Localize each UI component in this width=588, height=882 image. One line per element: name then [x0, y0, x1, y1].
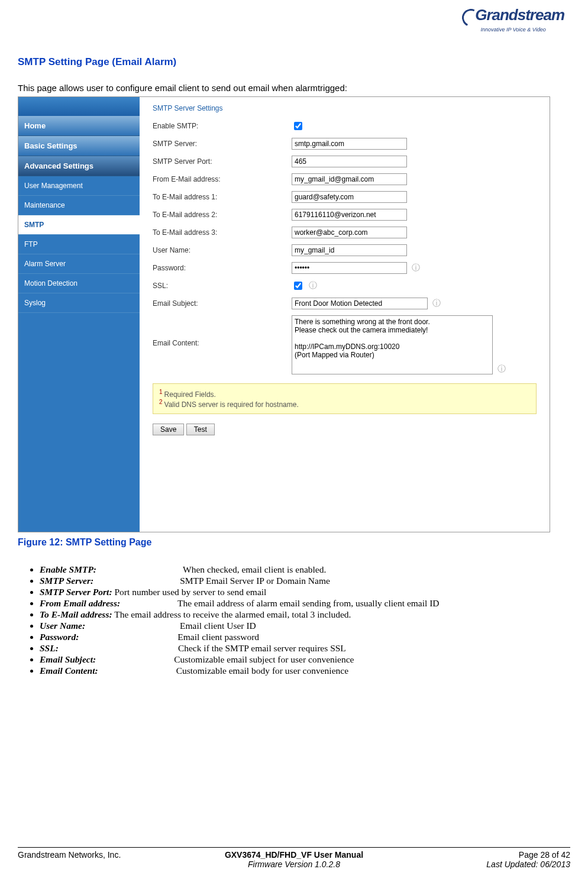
label-enable: Enable SMTP:	[153, 122, 292, 130]
footer-page: Page 28 of 42	[386, 850, 570, 860]
footer-company: Grandstream Networks, Inc.	[18, 850, 202, 860]
label-user: User Name:	[153, 246, 292, 254]
notes-box: 1Required Fields. 2Valid DNS server is r…	[153, 383, 537, 414]
sidebar-item[interactable]: Maintenance	[18, 196, 140, 215]
definition-item: Email Content:Customizable email body fo…	[40, 665, 570, 676]
footer-firmware: Firmware Version 1.0.2.8	[202, 860, 386, 869]
sidebar-item[interactable]: User Management	[18, 176, 140, 196]
label-pass: Password:	[153, 264, 292, 272]
label-to2: To E-Mail address 2:	[153, 211, 292, 219]
sidebar-item[interactable]: Motion Detection	[18, 274, 140, 293]
to-email-3-input[interactable]	[292, 227, 407, 238]
definition-item: SMTP Server Port: Port number used by se…	[40, 587, 570, 597]
definition-item: To E-Mail address: The email address to …	[40, 609, 570, 620]
info-icon: ⓘ	[412, 263, 420, 273]
definition-item: Enable SMTP:When checked, email client i…	[40, 564, 570, 575]
info-icon: ⓘ	[497, 364, 506, 374]
email-subject-input[interactable]	[292, 298, 428, 309]
smtp-port-input[interactable]	[292, 156, 407, 167]
definition-item: SSL:Check if the SMTP email server requi…	[40, 643, 570, 654]
sidebar-item[interactable]: Syslog	[18, 293, 140, 313]
panel-heading: SMTP Server Settings	[153, 104, 542, 112]
ssl-checkbox[interactable]	[294, 282, 302, 290]
label-to1: To E-Mail address 1:	[153, 193, 292, 201]
section-heading: SMTP Setting Page (Email Alarm)	[18, 56, 570, 68]
enable-smtp-checkbox[interactable]	[294, 122, 302, 130]
note-2: Valid DNS server is required for hostnam…	[164, 400, 299, 409]
email-content-textarea[interactable]	[292, 315, 493, 374]
label-ssl: SSL:	[153, 282, 292, 290]
save-button[interactable]: Save	[153, 424, 184, 435]
label-subject: Email Subject:	[153, 299, 292, 308]
figure-caption: Figure 12: SMTP Setting Page	[18, 537, 570, 548]
footer-manual: GXV3674_HD/FHD_VF User Manual	[202, 850, 386, 860]
brand-logo: Grandstream Innovative IP Voice & Video	[462, 6, 564, 33]
label-server: SMTP Server:	[153, 140, 292, 148]
sidebar-item[interactable]: FTP	[18, 235, 140, 254]
note-1: Required Fields.	[164, 390, 216, 399]
info-icon: ⓘ	[432, 298, 441, 309]
page-footer: Grandstream Networks, Inc. GXV3674_HD/FH…	[18, 847, 570, 869]
sidebar-item[interactable]: SMTP	[18, 215, 140, 235]
logo-text: Grandstream	[475, 6, 564, 24]
smtp-server-input[interactable]	[292, 138, 407, 150]
password-input[interactable]	[292, 262, 407, 274]
screenshot-panel: HomeBasic SettingsAdvanced Settings User…	[18, 96, 550, 532]
label-content: Email Content:	[153, 315, 292, 347]
definition-item: Password:Email client password	[40, 632, 570, 642]
definition-item: SMTP Server:SMTP Email Server IP or Doma…	[40, 576, 570, 586]
footer-updated: Last Updated: 06/2013	[386, 860, 570, 869]
label-port: SMTP Server Port:	[153, 157, 292, 166]
definitions-list: Enable SMTP:When checked, email client i…	[18, 564, 570, 676]
intro-text: This page allows user to configure email…	[18, 83, 570, 93]
definition-item: From Email address:The email address of …	[40, 598, 570, 609]
test-button[interactable]: Test	[186, 424, 215, 435]
from-email-input[interactable]	[292, 173, 407, 185]
label-from: From E-Mail address:	[153, 175, 292, 183]
to-email-2-input[interactable]	[292, 209, 407, 221]
info-icon: ⓘ	[309, 280, 317, 291]
to-email-1-input[interactable]	[292, 191, 407, 203]
sidebar-item[interactable]: Alarm Server	[18, 254, 140, 274]
sidebar-section[interactable]: Advanced Settings	[18, 156, 140, 176]
definition-item: User Name:Email client User ID	[40, 621, 570, 631]
definition-item: Email Subject:Customizable email subject…	[40, 654, 570, 665]
sidebar-section[interactable]: Basic Settings	[18, 136, 140, 156]
sidebar-section[interactable]: Home	[18, 116, 140, 136]
username-input[interactable]	[292, 244, 407, 256]
sidebar: HomeBasic SettingsAdvanced Settings User…	[18, 97, 140, 532]
logo-tagline: Innovative IP Voice & Video	[462, 27, 564, 33]
label-to3: To E-Mail address 3:	[153, 228, 292, 237]
